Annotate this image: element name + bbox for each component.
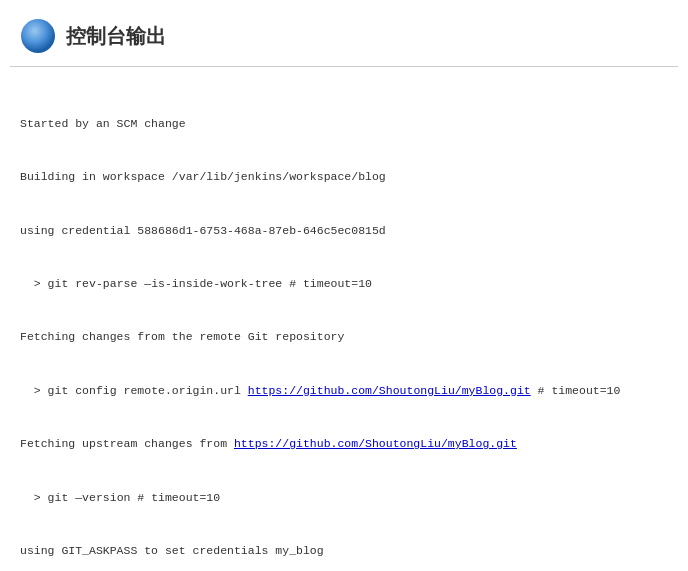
console-line-5: Fetching changes from the remote Git rep… xyxy=(20,328,668,346)
title-bar: 控制台输出 xyxy=(10,10,678,67)
console-line-6: > git config remote.origin.url https://g… xyxy=(20,382,668,400)
console-line-7: Fetching upstream changes from https://g… xyxy=(20,435,668,453)
console-line-8: > git —version # timeout=10 xyxy=(20,489,668,507)
console-line-9: using GIT_ASKPASS to set credentials my_… xyxy=(20,542,668,560)
page-title: 控制台输出 xyxy=(66,23,166,50)
svg-point-0 xyxy=(21,19,55,53)
git-url-link-1[interactable]: https://github.com/ShoutongLiu/myBlog.gi… xyxy=(248,384,531,397)
console-line-2: Building in workspace /var/lib/jenkins/w… xyxy=(20,168,668,186)
console-window: 控制台输出 Started by an SCM change Building … xyxy=(0,0,688,571)
console-icon xyxy=(20,18,56,54)
console-output-area: Started by an SCM change Building in wor… xyxy=(10,75,678,571)
console-line-3: using credential 588686d1-6753-468a-87eb… xyxy=(20,222,668,240)
git-url-link-2[interactable]: https://github.com/ShoutongLiu/myBlog.gi… xyxy=(234,437,517,450)
console-line-4: > git rev-parse —is-inside-work-tree # t… xyxy=(20,275,668,293)
console-line-1: Started by an SCM change xyxy=(20,115,668,133)
